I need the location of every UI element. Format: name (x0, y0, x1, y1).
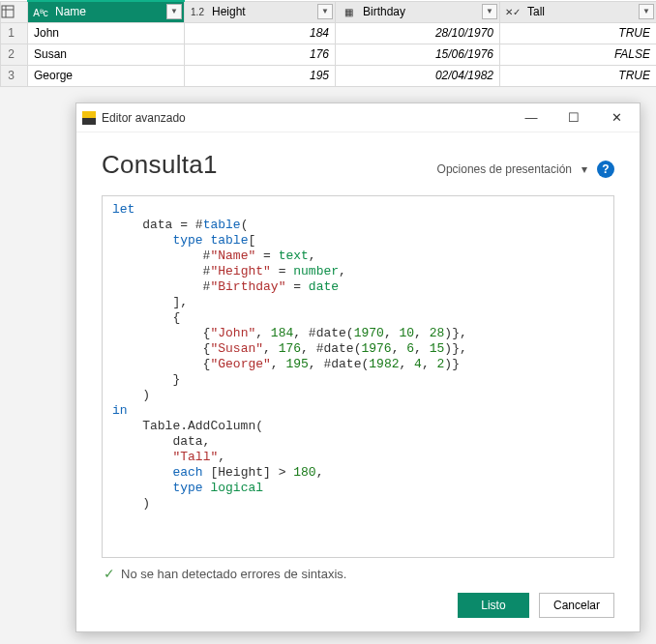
help-icon[interactable]: ? (597, 161, 614, 178)
cell-name[interactable]: George (28, 65, 185, 86)
chevron-down-icon: ▾ (581, 162, 587, 176)
text-icon: Aᴮc (32, 5, 49, 20)
code-content[interactable]: let data = #table( type table[ #"Name" =… (103, 202, 613, 512)
table-icon (1, 5, 21, 18)
row-number: 1 (1, 22, 28, 44)
cell-tall[interactable]: TRUE (500, 65, 657, 86)
cell-tall[interactable]: FALSE (500, 44, 657, 65)
display-options-label: Opciones de presentación (437, 162, 572, 176)
dialog-header-row: Consulta1 Opciones de presentación ▾ ? (102, 150, 614, 180)
dialog-title: Editor avanzado (102, 111, 510, 125)
data-grid-header-row: Aᴮc Name ▼ 1.2 Height ▼ ▦ Birthday ▼ ✕✓ … (1, 1, 657, 22)
column-header-birthday[interactable]: ▦ Birthday ▼ (336, 1, 500, 22)
column-filter-dropdown[interactable]: ▼ (482, 4, 497, 19)
row-number-header[interactable] (1, 1, 28, 22)
column-header-label: Tall (527, 5, 545, 18)
dialog-body: Consulta1 Opciones de presentación ▾ ? l… (76, 132, 640, 631)
row-number: 3 (1, 65, 28, 86)
cell-birthday[interactable]: 15/06/1976 (336, 44, 500, 65)
date-icon: ▦ (340, 5, 357, 20)
cell-height[interactable]: 195 (185, 65, 336, 86)
display-options-dropdown[interactable]: Opciones de presentación ▾ ? (437, 161, 614, 178)
code-editor[interactable]: let data = #table( type table[ #"Name" =… (102, 195, 614, 558)
column-header-name[interactable]: Aᴮc Name ▼ (28, 1, 185, 22)
table-row[interactable]: 1 John 184 28/10/1970 TRUE (1, 22, 657, 44)
column-header-label: Birthday (363, 5, 405, 18)
table-row[interactable]: 3 George 195 02/04/1982 TRUE (1, 65, 657, 86)
row-number: 2 (1, 44, 28, 65)
column-header-height[interactable]: 1.2 Height ▼ (185, 1, 336, 22)
logical-icon: ✕✓ (504, 5, 522, 20)
column-header-label: Name (55, 5, 86, 18)
cancel-button[interactable]: Cancelar (539, 593, 614, 618)
maximize-button[interactable]: ☐ (552, 104, 595, 132)
cell-height[interactable]: 176 (185, 44, 336, 65)
column-filter-dropdown[interactable]: ▼ (166, 4, 182, 19)
cell-name[interactable]: John (28, 22, 185, 44)
column-header-label: Height (212, 5, 246, 18)
minimize-button[interactable]: — (510, 104, 552, 132)
query-name: Consulta1 (102, 150, 218, 180)
cell-birthday[interactable]: 02/04/1982 (336, 65, 500, 86)
done-button[interactable]: Listo (458, 593, 529, 618)
syntax-message: No se han detectado errores de sintaxis. (121, 567, 346, 581)
close-button[interactable]: ✕ (595, 104, 638, 132)
table-row[interactable]: 2 Susan 176 15/06/1976 FALSE (1, 44, 657, 65)
dialog-button-row: Listo Cancelar (102, 583, 614, 618)
advanced-editor-dialog: Editor avanzado — ☐ ✕ Consulta1 Opciones… (75, 102, 641, 632)
number-icon: 1.2 (189, 5, 206, 20)
column-filter-dropdown[interactable]: ▼ (639, 4, 654, 19)
cell-birthday[interactable]: 28/10/1970 (336, 22, 500, 44)
check-icon: ✓ (104, 566, 115, 581)
data-grid: Aᴮc Name ▼ 1.2 Height ▼ ▦ Birthday ▼ ✕✓ … (0, 0, 656, 87)
cell-tall[interactable]: TRUE (500, 22, 657, 44)
cell-name[interactable]: Susan (28, 44, 185, 65)
syntax-status: ✓ No se han detectado errores de sintaxi… (102, 558, 614, 583)
column-header-tall[interactable]: ✕✓ Tall ▼ (500, 1, 657, 22)
dialog-titlebar[interactable]: Editor avanzado — ☐ ✕ (76, 103, 640, 132)
cell-height[interactable]: 184 (185, 22, 336, 44)
svg-rect-0 (2, 6, 14, 17)
column-filter-dropdown[interactable]: ▼ (317, 4, 333, 19)
power-query-logo-icon (82, 111, 96, 125)
